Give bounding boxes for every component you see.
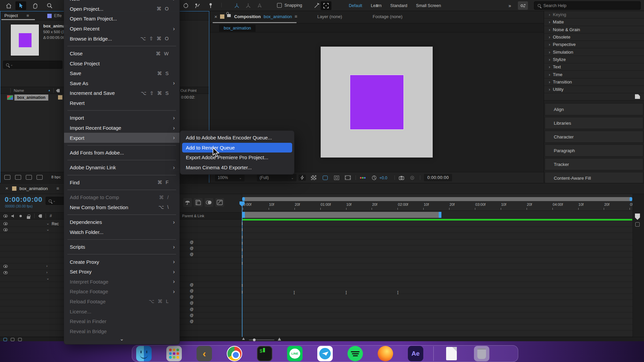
menu-item[interactable]: Reload Footage ⌥ ⌘ L ›	[64, 297, 179, 307]
zoom-tool-button[interactable]	[44, 1, 55, 10]
terminal-dock-icon[interactable]: $	[257, 346, 272, 361]
pickwhip-icon[interactable]: @	[190, 240, 194, 244]
menu-item[interactable]: New Comp from Selection ⌥ \ ›	[64, 202, 179, 212]
effects-category-row[interactable]: › Noise & Grain	[544, 26, 644, 34]
menu-item[interactable]: Save As ›	[64, 78, 179, 88]
label-color-swatch[interactable]	[58, 95, 62, 100]
pickwhip-icon[interactable]: @	[190, 313, 194, 317]
interpret-footage-icon[interactable]	[37, 175, 43, 180]
project-tab-menu-icon[interactable]: ≡	[26, 13, 29, 18]
menu-item[interactable]: ›	[64, 212, 179, 217]
menu-item[interactable]: ›	[64, 108, 179, 113]
menu-item[interactable]: ›	[64, 187, 179, 192]
effects-category-row[interactable]: › Simulation	[544, 48, 644, 56]
out-point-column-header[interactable]: Out Point	[180, 88, 197, 93]
workspace-menu-icon[interactable]: ≡	[376, 3, 378, 8]
pickwhip-icon[interactable]: @	[190, 289, 194, 293]
menu-item[interactable]: Create Proxy ›	[64, 257, 179, 267]
effects-category-row[interactable]: › Matte	[544, 18, 644, 26]
menu-item[interactable]: ›	[64, 252, 179, 257]
chevron-right-icon[interactable]: ›	[549, 50, 550, 55]
layer-duration-bar[interactable]	[242, 212, 441, 218]
menu-item[interactable]: Scripts ›	[64, 242, 179, 252]
audio-column-icon[interactable]	[11, 214, 15, 218]
region-of-interest-icon[interactable]	[321, 175, 329, 181]
roto-brush-tool-button[interactable]	[192, 1, 203, 10]
menu-item[interactable]: Open Project... ⌘ O ›	[64, 4, 179, 14]
help-search-input[interactable]: Search Help	[534, 1, 641, 10]
menu-item[interactable]: Add Fonts from Adobe... ›	[64, 148, 179, 158]
composition-tab-name[interactable]: box_animation	[264, 14, 292, 19]
show-snapshot-icon[interactable]	[409, 175, 416, 181]
chevron-right-icon[interactable]: ›	[46, 264, 48, 268]
workspace-tab[interactable]: Small Screen	[416, 3, 441, 8]
hand-tool-button[interactable]	[30, 1, 40, 10]
lock-column-icon[interactable]	[27, 216, 30, 219]
submenu-item[interactable]: Add to Render Queue	[182, 143, 292, 153]
pickwhip-icon[interactable]: @	[190, 283, 194, 287]
comp-marker-icon[interactable]	[635, 214, 640, 220]
menu-item[interactable]: Import ›	[64, 113, 179, 123]
firefox-dock-icon[interactable]	[378, 346, 393, 361]
menu-item[interactable]: Add Footage to Comp ⌘ / ›	[64, 192, 179, 202]
chevron-right-icon[interactable]: ›	[549, 79, 550, 84]
effects-category-row[interactable]: › Text	[544, 63, 644, 71]
chevron-down-icon[interactable]: ⌄	[46, 276, 49, 281]
panel-tab[interactable]: Content-Aware Fill	[545, 172, 643, 184]
puppet-pin-tool-button[interactable]	[205, 1, 216, 10]
camera-frame-icon[interactable]	[344, 175, 352, 181]
finder-dock-icon[interactable]	[136, 346, 152, 361]
menu-item[interactable]: Import Recent Footage ›	[64, 123, 179, 133]
chevron-right-icon[interactable]: ›	[549, 64, 550, 69]
keyframe-marker[interactable]: I	[396, 291, 400, 295]
project-search-input[interactable]: ⌄	[3, 61, 62, 69]
frame-blending-icon[interactable]	[194, 198, 203, 207]
effects-category-row[interactable]: › Utility	[544, 86, 644, 93]
menu-item[interactable]: Reveal in Bridge ›	[64, 326, 179, 336]
axis-local-button[interactable]	[231, 1, 242, 10]
chevron-right-icon[interactable]: ›	[549, 57, 550, 62]
menu-item[interactable]: Open Recent ›	[64, 24, 179, 34]
eye-icon[interactable]	[3, 271, 8, 274]
exposure-value[interactable]: +0.0	[379, 176, 387, 180]
menu-item[interactable]: Save ⌘ S ›	[64, 68, 179, 78]
keyframe-marker[interactable]: I	[292, 291, 296, 295]
spotify-dock-icon[interactable]	[347, 346, 363, 361]
menu-item[interactable]: Export ›	[64, 133, 179, 143]
effects-category-row[interactable]: › Keying	[544, 11, 644, 18]
menu-item[interactable]: Reveal in Finder ›	[64, 316, 179, 326]
chevron-right-icon[interactable]: ›	[549, 27, 550, 32]
pickwhip-icon[interactable]: @	[190, 307, 194, 311]
menu-item[interactable]: Close ⌘ W ›	[64, 49, 179, 59]
menu-item[interactable]: License... ›	[64, 306, 179, 316]
panel-tab[interactable]: Align	[545, 103, 643, 115]
submenu-item[interactable]: Add to Adobe Media Encoder Queue...	[182, 133, 292, 143]
timeline-options-icon[interactable]	[18, 338, 22, 341]
sort-ascending-icon[interactable]: ▲	[48, 89, 51, 92]
label-column-icon[interactable]	[38, 214, 42, 218]
unlock-icon[interactable]	[227, 14, 231, 17]
new-animation-preset-icon[interactable]	[635, 94, 640, 99]
menu-item[interactable]: ›	[64, 173, 179, 178]
close-icon[interactable]: ×	[5, 185, 8, 191]
trash-dock-icon[interactable]	[474, 346, 489, 361]
chevron-right-icon[interactable]: ›	[549, 87, 550, 92]
project-tab[interactable]: Project	[4, 13, 18, 18]
chevron-right-icon[interactable]: ›	[549, 19, 550, 24]
timeline-zoom-slider[interactable]	[249, 340, 274, 340]
effects-category-row[interactable]: › Time	[544, 71, 644, 78]
panel-tab[interactable]: Paragraph	[545, 144, 643, 157]
workspace-tab[interactable]: Default	[349, 3, 362, 8]
effects-category-row[interactable]: › Perspective	[544, 41, 644, 48]
chevron-right-icon[interactable]: ›	[549, 35, 550, 40]
workspace-tab[interactable]: Standard	[390, 3, 408, 8]
label-column-icon[interactable]	[56, 89, 60, 93]
menu-item[interactable]: Increment and Save ⌥ ⇧ ⌘ S ›	[64, 88, 179, 98]
fast-preview-icon[interactable]	[299, 175, 306, 181]
footage-tab[interactable]: Footage (none)	[373, 14, 402, 19]
bit-depth-indicator[interactable]: 8 bpc	[51, 175, 61, 179]
layer-tab[interactable]: Layer (none)	[317, 14, 342, 19]
transparency-grid-icon[interactable]	[310, 175, 317, 181]
menu-item[interactable]: Watch Folder... ›	[64, 227, 179, 237]
proxy-icon[interactable]	[26, 175, 32, 180]
